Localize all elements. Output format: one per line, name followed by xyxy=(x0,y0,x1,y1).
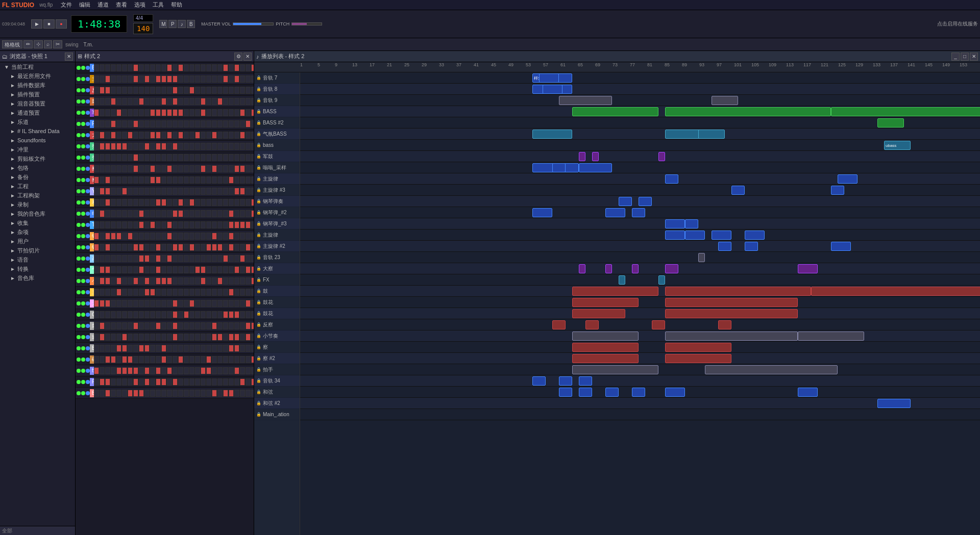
step-button[interactable] xyxy=(161,132,166,139)
step-button[interactable] xyxy=(100,109,105,116)
browser-item[interactable]: ►插件预置 xyxy=(0,90,75,99)
step-button[interactable] xyxy=(156,300,161,307)
step-button[interactable] xyxy=(94,210,99,217)
step-button[interactable] xyxy=(229,221,234,228)
step-button[interactable] xyxy=(133,378,138,386)
seq-instrument-name-btn[interactable]: 旋律_动控制 xyxy=(90,333,94,341)
step-button[interactable] xyxy=(234,210,239,217)
step-button[interactable] xyxy=(100,367,105,374)
step-button[interactable] xyxy=(206,165,211,172)
step-button[interactable] xyxy=(201,199,206,206)
step-button[interactable] xyxy=(105,199,110,206)
seq-led-orange[interactable] xyxy=(81,111,85,115)
step-button[interactable] xyxy=(133,64,138,71)
playlist-block[interactable] xyxy=(572,287,658,296)
step-button[interactable] xyxy=(223,143,228,150)
track-label[interactable]: 🔒反察 xyxy=(254,319,300,330)
step-button[interactable] xyxy=(184,75,189,83)
step-button[interactable] xyxy=(167,322,172,329)
track-label[interactable]: 🔒察 xyxy=(254,342,300,353)
playlist-block[interactable] xyxy=(877,399,911,408)
seq-led-green[interactable] xyxy=(77,279,81,283)
menu-item-帮助[interactable]: 帮助 xyxy=(168,1,185,9)
seq-led-blue[interactable] xyxy=(86,66,90,70)
seq-instrument-name-btn[interactable]: 察 xyxy=(90,165,94,173)
seq-led-orange[interactable] xyxy=(81,66,85,70)
seq-led-green[interactable] xyxy=(77,111,81,115)
step-button[interactable] xyxy=(133,199,138,206)
step-button[interactable] xyxy=(246,221,251,228)
step-button[interactable] xyxy=(122,87,127,94)
step-button[interactable] xyxy=(161,378,166,386)
step-button[interactable] xyxy=(173,75,178,83)
step-button[interactable] xyxy=(144,188,150,195)
step-button[interactable] xyxy=(161,199,166,206)
step-button[interactable] xyxy=(156,188,161,195)
seq-led-blue[interactable] xyxy=(86,200,90,205)
step-button[interactable] xyxy=(116,311,121,318)
playlist-block[interactable] xyxy=(705,365,838,374)
seq-instrument-name-btn[interactable]: 和弦 xyxy=(90,198,94,207)
playlist-block[interactable] xyxy=(838,174,857,184)
step-button[interactable] xyxy=(156,311,161,318)
seq-instrument-name-btn[interactable]: BAS..动控制 xyxy=(90,344,94,352)
step-button[interactable] xyxy=(133,289,138,296)
step-button[interactable] xyxy=(234,266,239,273)
step-button[interactable] xyxy=(189,233,194,240)
step-button[interactable] xyxy=(128,120,133,128)
step-button[interactable] xyxy=(173,132,178,139)
master-pitch-slider[interactable] xyxy=(291,22,322,26)
step-button[interactable] xyxy=(201,75,206,83)
step-button[interactable] xyxy=(178,143,183,150)
step-button[interactable] xyxy=(173,210,178,217)
step-button[interactable] xyxy=(217,244,223,251)
browser-item[interactable]: ►冲里 xyxy=(0,145,75,154)
step-button[interactable] xyxy=(128,210,133,217)
step-button[interactable] xyxy=(178,356,183,363)
seq-led-orange[interactable] xyxy=(81,324,85,328)
step-button[interactable] xyxy=(167,98,172,105)
step-button[interactable] xyxy=(161,188,166,195)
step-button[interactable] xyxy=(217,75,223,83)
step-button[interactable] xyxy=(229,233,234,240)
seq-led-green[interactable] xyxy=(77,167,81,171)
step-button[interactable] xyxy=(217,154,223,161)
step-button[interactable] xyxy=(223,98,228,105)
seq-led-blue[interactable] xyxy=(86,122,90,126)
step-button[interactable] xyxy=(212,87,217,94)
track-label[interactable]: 🔒气氛BASS xyxy=(254,129,300,140)
step-button[interactable] xyxy=(105,188,110,195)
step-button[interactable] xyxy=(246,120,251,128)
step-button[interactable] xyxy=(94,322,99,329)
step-button[interactable] xyxy=(240,132,245,139)
step-button[interactable] xyxy=(150,132,155,139)
step-button[interactable] xyxy=(217,255,223,262)
step-button[interactable] xyxy=(178,255,183,262)
step-button[interactable] xyxy=(144,334,150,341)
seq-instrument-name-btn[interactable]: 小节奏 xyxy=(90,277,94,285)
step-button[interactable] xyxy=(156,356,161,363)
step-button[interactable] xyxy=(144,165,150,172)
seq-instrument-name-btn[interactable]: fx xyxy=(90,367,94,375)
step-button[interactable] xyxy=(122,120,127,128)
step-button[interactable] xyxy=(105,98,110,105)
step-button[interactable] xyxy=(173,300,178,307)
playlist-block[interactable] xyxy=(572,298,639,307)
step-button[interactable] xyxy=(128,109,133,116)
step-button[interactable] xyxy=(144,300,150,307)
seq-instrument-name-btn[interactable]: 大察 xyxy=(90,131,94,139)
seq-led-orange[interactable] xyxy=(81,200,85,205)
step-button[interactable] xyxy=(206,64,211,71)
step-button[interactable] xyxy=(251,221,254,228)
step-button[interactable] xyxy=(156,334,161,341)
step-button[interactable] xyxy=(184,176,189,184)
step-button[interactable] xyxy=(167,64,172,71)
track-label[interactable]: 🔒音轨 8 xyxy=(254,84,300,95)
step-button[interactable] xyxy=(173,255,178,262)
playlist-block[interactable] xyxy=(572,107,658,116)
step-button[interactable] xyxy=(122,367,127,374)
track-label[interactable]: 🔒钢琴弹奏 xyxy=(254,196,300,207)
step-button[interactable] xyxy=(206,132,211,139)
step-button[interactable] xyxy=(144,199,150,206)
step-button[interactable] xyxy=(189,266,194,273)
